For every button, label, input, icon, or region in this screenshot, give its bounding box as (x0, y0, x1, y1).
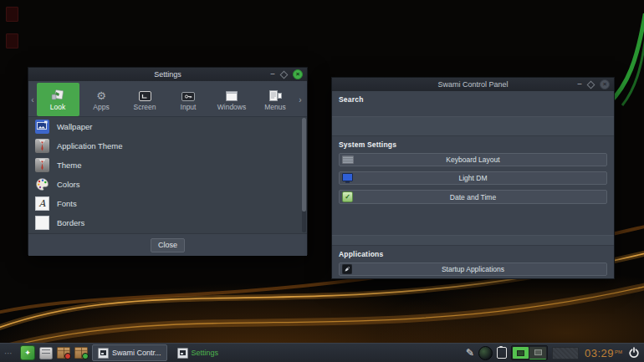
battery-cell-charged (513, 347, 529, 359)
desktop-icon[interactable] (6, 7, 18, 22)
startup-icon (342, 263, 352, 275)
tab-screen-label: Screen (134, 103, 156, 111)
date-and-time-button[interactable]: ✓ Date and Time (339, 190, 607, 203)
monitor-icon (342, 172, 353, 184)
desktop-icon[interactable] (6, 33, 18, 48)
swami-window-title: Swami Control Panel (332, 80, 614, 89)
fonts-icon: A (35, 196, 49, 211)
package-updates-icon[interactable] (74, 346, 88, 359)
window-thumb-icon (98, 348, 109, 359)
minimize-icon[interactable]: − (577, 82, 582, 87)
system-settings-heading: System Settings (332, 136, 614, 150)
date-and-time-label: Date and Time (340, 193, 606, 201)
borders-icon (35, 216, 49, 230)
tab-look[interactable]: Look (37, 83, 79, 116)
tab-apps[interactable]: ⚙ Apps (80, 83, 123, 116)
list-item-label: Fonts (57, 199, 77, 208)
package-manager-icon[interactable] (57, 346, 70, 359)
gear-icon: ⚙ (96, 89, 106, 101)
list-item-label: Colors (57, 180, 79, 189)
calendar-check-icon: ✓ (342, 191, 353, 202)
menu-list-icon (269, 89, 282, 101)
pen-tray-icon[interactable]: ✎ (466, 348, 474, 358)
wallpaper-icon (35, 120, 49, 134)
palette-icon (35, 177, 49, 191)
settings-window: Settings − × ‹ Look ⚙ Apps (28, 67, 308, 255)
panel-menu-icon[interactable]: ⋯ (4, 349, 13, 358)
clock-time: 03:29 (585, 347, 614, 359)
keyboard-layout-label: Keyboard Layout (340, 156, 606, 164)
system-monitor-tray-icon[interactable] (478, 346, 493, 360)
taskbar: ⋯ ✦ Swami Contr... Settings ✎ 03:29 PM (0, 343, 644, 362)
clipboard-tray-icon[interactable] (497, 347, 507, 359)
desktop: Settings − × ‹ Look ⚙ Apps (0, 0, 644, 362)
list-item-label: Theme (57, 161, 82, 170)
suit-theme-icon (35, 158, 49, 172)
tabs-prev-arrow[interactable]: ‹ (29, 83, 36, 116)
maximize-icon[interactable] (587, 80, 595, 89)
close-icon[interactable]: × (293, 69, 303, 79)
taskbar-button-swami[interactable]: Swami Contr... (92, 344, 167, 361)
settings-window-title: Settings (28, 70, 307, 79)
suit-theme-icon (35, 139, 49, 153)
settings-titlebar[interactable]: Settings − × (28, 68, 307, 81)
taskbar-button-label: Settings (192, 349, 219, 357)
keyboard-layout-button[interactable]: Keyboard Layout (339, 153, 607, 166)
list-item-label: Borders (57, 218, 84, 227)
list-item-label: Application Theme (57, 141, 123, 150)
battery-gauge[interactable] (552, 347, 579, 359)
close-icon[interactable]: × (600, 79, 610, 89)
tab-screen[interactable]: Screen (124, 83, 166, 116)
settings-bottom-bar: Close (28, 234, 307, 256)
list-item-theme[interactable]: Theme (28, 156, 307, 175)
search-area[interactable] (332, 116, 614, 136)
window-icon (226, 89, 238, 101)
list-item-wallpaper[interactable]: Wallpaper (28, 117, 307, 136)
tab-windows-label: Windows (217, 103, 246, 111)
tab-windows[interactable]: Windows (211, 83, 253, 116)
tab-input-label: Input (181, 103, 197, 111)
clock-meridiem: PM (615, 349, 622, 354)
settings-list: Wallpaper Application Theme Theme Colors (28, 117, 307, 234)
input-icon (181, 89, 195, 101)
tabs-next-arrow[interactable]: › (297, 83, 304, 116)
startup-applications-label: Startup Applications (340, 265, 606, 273)
search-heading: Search (332, 91, 614, 105)
tab-menus[interactable]: Menus (254, 83, 297, 116)
list-item-application-theme[interactable]: Application Theme (28, 136, 307, 156)
file-manager-icon[interactable] (39, 346, 53, 359)
screen-icon (139, 89, 151, 101)
swami-control-panel-window: Swami Control Panel − × Search System Se… (331, 77, 615, 279)
fonts-letter: A (39, 199, 46, 208)
settings-tabstrip: ‹ Look ⚙ Apps Screen (28, 81, 307, 117)
tab-input[interactable]: Input (167, 83, 210, 116)
swami-titlebar[interactable]: Swami Control Panel − × (332, 78, 614, 91)
lightdm-label: Light DM (340, 174, 606, 182)
battery-cell-dim (529, 347, 546, 359)
power-button[interactable] (628, 347, 640, 359)
list-item-fonts[interactable]: A Fonts (28, 194, 307, 213)
scrollbar[interactable] (302, 118, 306, 232)
tab-apps-label: Apps (93, 103, 109, 111)
section-divider (332, 235, 614, 246)
tab-look-label: Look (50, 103, 65, 111)
list-item-label: Wallpaper (57, 122, 92, 131)
look-icon (51, 89, 64, 101)
window-thumb-icon (177, 348, 188, 359)
minimize-icon[interactable]: − (270, 72, 275, 77)
maximize-icon[interactable] (280, 70, 289, 79)
clock[interactable]: 03:29 PM (585, 347, 622, 359)
close-button[interactable]: Close (151, 238, 185, 252)
startup-applications-button[interactable]: Startup Applications (339, 263, 607, 276)
lightdm-button[interactable]: Light DM (339, 171, 607, 185)
taskbar-button-settings[interactable]: Settings (171, 344, 225, 361)
scrollbar-thumb[interactable] (302, 118, 306, 212)
battery-applet[interactable] (511, 345, 548, 360)
applications-heading: Applications (332, 246, 614, 260)
app-launcher-icon[interactable]: ✦ (20, 345, 35, 360)
list-item-colors[interactable]: Colors (28, 175, 307, 194)
list-item-borders[interactable]: Borders (28, 213, 307, 232)
taskbar-button-label: Swami Contr... (112, 349, 161, 357)
tab-menus-label: Menus (264, 103, 286, 111)
keyboard-icon (342, 154, 354, 166)
